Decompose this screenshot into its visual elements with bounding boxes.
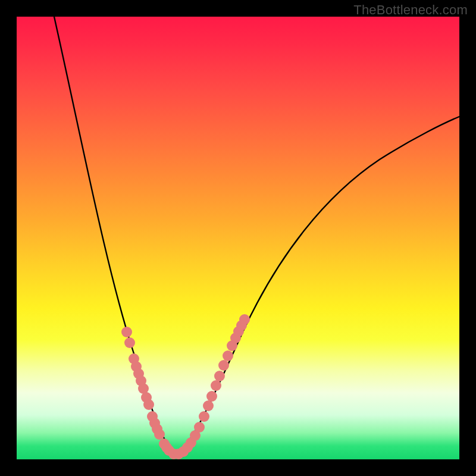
watermark-text: TheBottleneck.com bbox=[353, 2, 468, 18]
marker-dot bbox=[154, 429, 165, 440]
marker-dot bbox=[194, 422, 205, 433]
marker-dot bbox=[203, 400, 214, 411]
marker-dot bbox=[218, 360, 229, 371]
highlight-dots bbox=[121, 314, 250, 459]
marker-dot bbox=[199, 411, 209, 422]
marker-dot bbox=[121, 327, 132, 337]
outer-frame: TheBottleneck.com bbox=[0, 0, 476, 476]
marker-dot bbox=[239, 314, 250, 325]
marker-dot bbox=[223, 350, 233, 361]
marker-dot bbox=[214, 371, 225, 381]
marker-dot bbox=[124, 337, 135, 348]
plot-area bbox=[17, 17, 459, 459]
bottleneck-curve bbox=[54, 17, 459, 455]
chart-svg bbox=[17, 17, 459, 459]
marker-dot bbox=[143, 399, 154, 410]
marker-dot bbox=[206, 391, 217, 402]
marker-dot bbox=[211, 380, 221, 391]
